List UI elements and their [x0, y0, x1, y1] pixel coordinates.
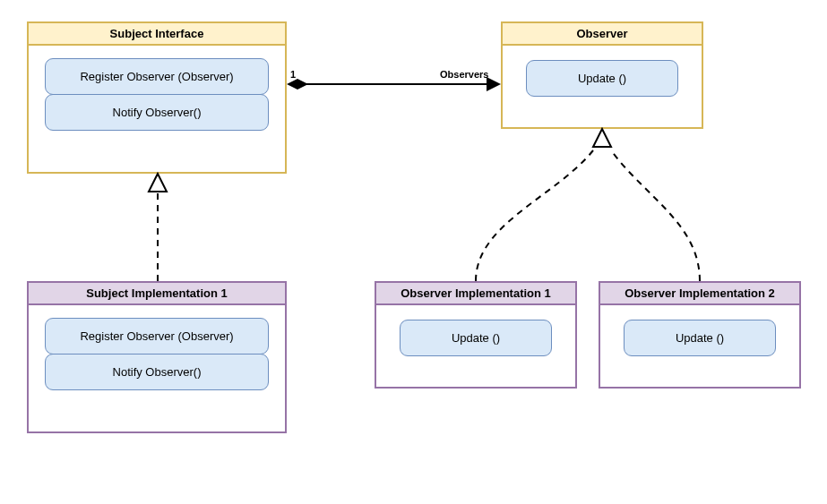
observer-impl2-box: Observer Implementation 2 Update ()	[599, 281, 801, 389]
observer-method-update: Update ()	[526, 60, 678, 97]
subject-interface-title: Subject Interface	[29, 23, 285, 46]
subject-interface-method-register: Register Observer (Observer)	[45, 58, 269, 95]
observer-impl2-body: Update ()	[600, 305, 799, 371]
subject-impl1-method-register: Register Observer (Observer)	[45, 318, 269, 355]
subject-interface-method-notify: Notify Observer()	[45, 94, 269, 131]
observer-impl1-method-update: Update ()	[400, 320, 552, 356]
subject-impl1-body: Register Observer (Observer) Notify Obse…	[29, 305, 285, 403]
assoc-right-label: Observers	[440, 69, 488, 80]
observer-title: Observer	[503, 23, 702, 46]
subject-interface-body: Register Observer (Observer) Notify Obse…	[29, 46, 285, 143]
observer-impl1-body: Update ()	[376, 305, 575, 371]
observer-impl2-title: Observer Implementation 2	[600, 283, 799, 305]
subject-impl1-box: Subject Implementation 1 Register Observ…	[27, 281, 287, 433]
assoc-left-multiplicity: 1	[290, 69, 296, 80]
subject-interface-box: Subject Interface Register Observer (Obs…	[27, 21, 287, 174]
observer-impl1-title: Observer Implementation 1	[376, 283, 575, 305]
subject-impl1-title: Subject Implementation 1	[29, 283, 285, 305]
observer-impl2-realization-line	[611, 150, 700, 281]
observer-realization-arrow-icon	[593, 129, 611, 147]
subject-impl1-method-notify: Notify Observer()	[45, 354, 269, 390]
subject-realization-arrow-icon	[149, 174, 167, 192]
observer-impl1-realization-line	[476, 150, 593, 281]
observer-impl1-box: Observer Implementation 1 Update ()	[375, 281, 577, 389]
observer-box: Observer Update ()	[501, 21, 703, 129]
diamond-icon	[287, 79, 308, 90]
observer-body: Update ()	[503, 46, 702, 111]
observer-impl2-method-update: Update ()	[624, 320, 776, 356]
